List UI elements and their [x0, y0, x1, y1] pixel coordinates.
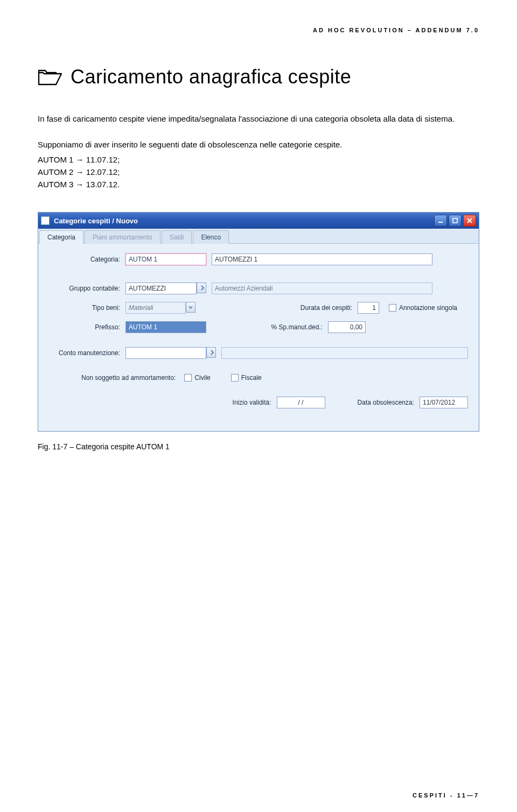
- form-body: Categoria: AUTOM 1 AUTOMEZZI 1 Gruppo co…: [38, 244, 479, 431]
- conto-lookup-button[interactable]: [206, 347, 216, 358]
- durata-input[interactable]: 1: [358, 302, 379, 314]
- running-header: AD HOC REVOLUTION – ADDENDUM 7.0: [38, 27, 479, 33]
- maximize-button[interactable]: [449, 215, 462, 227]
- open-folder-icon: [38, 67, 62, 87]
- document-icon: [41, 216, 50, 225]
- label-durata: Durata dei cespiti:: [301, 304, 352, 312]
- label-conto-manutenzione: Conto manutenzione:: [49, 349, 120, 357]
- window-title: Categorie cespiti / Nuovo: [54, 217, 434, 225]
- close-button[interactable]: [463, 215, 476, 227]
- gruppo-lookup-button[interactable]: [197, 283, 206, 293]
- tab-categoria[interactable]: Categoria: [39, 230, 83, 244]
- label-gruppo-contabile: Gruppo contabile:: [49, 285, 120, 292]
- categoria-code-input[interactable]: AUTOM 1: [125, 253, 206, 265]
- figure-caption: Fig. 11-7 – Categoria cespite AUTOM 1: [38, 442, 479, 451]
- label-civile: Civile: [194, 374, 210, 382]
- pct-manut-input[interactable]: 0,00: [328, 321, 366, 333]
- svg-rect-1: [453, 218, 457, 223]
- annotazione-singola-checkbox[interactable]: [389, 304, 396, 312]
- title-row: Caricamento anagrafica cespite: [38, 66, 479, 88]
- tab-elenco[interactable]: Elenco: [193, 230, 229, 244]
- svg-rect-0: [438, 222, 443, 223]
- label-inizio-validita: Inizio validità:: [233, 399, 271, 406]
- label-fiscale: Fiscale: [241, 374, 262, 382]
- list-item-1: AUTOM 1 → 11.07.12;: [38, 153, 479, 166]
- categoria-desc-input[interactable]: AUTOMEZZI 1: [212, 253, 432, 265]
- prefisso-input[interactable]: AUTOM 1: [125, 321, 206, 333]
- gruppo-code-input[interactable]: AUTOMEZZI: [125, 283, 197, 294]
- app-screenshot: Categorie cespiti / Nuovo Categoria Pia: [38, 212, 479, 432]
- tab-piani-ammortamento[interactable]: Piani ammortamento: [85, 230, 160, 244]
- intro-paragraph-1: In fase di caricamento cespite viene imp…: [38, 112, 479, 125]
- tipo-beni-dropdown-button[interactable]: [186, 302, 195, 313]
- minimize-button[interactable]: [434, 215, 447, 227]
- conto-manutenzione-input[interactable]: [125, 347, 206, 359]
- label-data-obsolescenza: Data obsolescenza:: [358, 399, 414, 406]
- tipo-beni-select[interactable]: Materiali: [125, 302, 186, 314]
- data-obsolescenza-input[interactable]: 11/07/2012: [420, 397, 468, 408]
- label-annotazione-singola: Annotazione singola: [399, 304, 457, 312]
- running-footer: CESPITI - 11—7: [413, 792, 479, 799]
- civile-checkbox[interactable]: [184, 374, 192, 382]
- intro-paragraph-2: Supponiamo di aver inserito le seguenti …: [38, 138, 479, 151]
- tab-saldi[interactable]: Saldi: [162, 230, 192, 244]
- conto-desc-display: [221, 347, 468, 359]
- tab-strip: Categoria Piani ammortamento Saldi Elenc…: [38, 229, 479, 244]
- fiscale-checkbox[interactable]: [231, 374, 239, 382]
- label-pct-manut: % Sp.manut.ded.:: [271, 323, 323, 331]
- list-item-2: AUTOM 2 → 12.07.12;: [38, 166, 479, 178]
- gruppo-desc-display: Automezzi Aziendali: [212, 283, 432, 294]
- window-titlebar: Categorie cespiti / Nuovo: [38, 213, 479, 229]
- label-tipo-beni: Tipo beni:: [49, 304, 120, 312]
- label-categoria: Categoria:: [49, 256, 120, 263]
- label-prefisso: Prefisso:: [49, 323, 120, 331]
- inizio-validita-input[interactable]: / /: [277, 397, 325, 408]
- page-title: Caricamento anagrafica cespite: [71, 66, 351, 88]
- list-item-3: AUTOM 3 → 13.07.12.: [38, 178, 479, 190]
- label-non-soggetto: Non soggetto ad ammortamento:: [81, 374, 176, 382]
